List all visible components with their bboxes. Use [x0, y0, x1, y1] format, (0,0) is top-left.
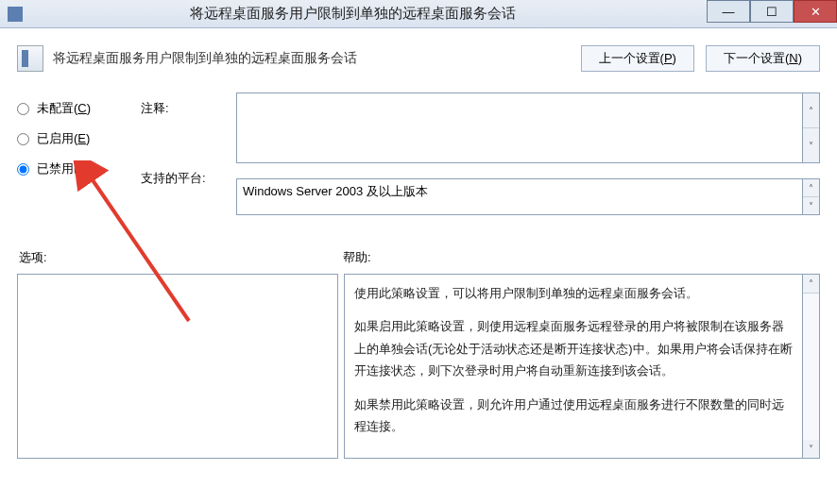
help-label: 帮助: — [343, 249, 820, 266]
prev-setting-button[interactable]: 上一个设置(P) — [581, 45, 694, 72]
help-text: 使用此策略设置，可以将用户限制到单独的远程桌面服务会话。 如果启用此策略设置，则… — [345, 275, 802, 456]
nav-buttons: 上一个设置(P) 下一个设置(N) — [581, 45, 820, 72]
window-title: 将远程桌面服务用户限制到单独的远程桌面服务会话 — [0, 5, 705, 23]
window-buttons: — ☐ ✕ — [707, 0, 837, 28]
help-p2: 如果启用此策略设置，则使用远程桌面服务远程登录的用户将被限制在该服务器上的单独会… — [354, 315, 793, 381]
content-area: 将远程桌面服务用户限制到单独的远程桌面服务会话 上一个设置(P) 下一个设置(N… — [0, 28, 837, 459]
supported-label: 支持的平台: — [141, 170, 221, 187]
radio-not-configured-input[interactable] — [17, 103, 29, 115]
radio-nc-tail: ) — [87, 101, 91, 115]
comment-scroll-down[interactable]: ˅ — [803, 128, 819, 162]
radio-en-tail: ) — [86, 131, 90, 145]
maximize-button[interactable]: ☐ — [750, 0, 794, 23]
help-spin: ˄ ˅ — [802, 275, 819, 458]
radio-nc-key: C — [77, 101, 86, 115]
prev-tail: ) — [673, 51, 676, 65]
radio-enabled[interactable]: 已启用(E) — [17, 130, 126, 147]
options-panel — [17, 274, 338, 459]
radio-dis-key: D — [77, 161, 86, 176]
bottom-labels-row: 选项: 帮助: — [17, 249, 820, 266]
policy-header: 将远程桌面服务用户限制到单独的远程桌面服务会话 上一个设置(P) 下一个设置(N… — [17, 45, 820, 72]
options-label: 选项: — [17, 249, 343, 266]
radio-not-configured[interactable]: 未配置(C) — [17, 100, 126, 117]
field-labels-column: 注释: 支持的平台: — [141, 92, 221, 230]
prev-key: P — [664, 51, 673, 65]
radio-dis-tail: ) — [87, 161, 91, 176]
supported-scroll-up[interactable]: ˄ — [803, 179, 819, 197]
radio-enabled-input[interactable] — [17, 133, 29, 145]
next-setting-button[interactable]: 下一个设置(N) — [706, 45, 820, 72]
comment-scroll-up[interactable]: ˄ — [803, 93, 819, 128]
next-label-text: 下一个设置( — [724, 51, 789, 65]
comment-field-wrap: ˄ ˅ — [236, 92, 820, 163]
comment-label: 注释: — [141, 100, 221, 170]
minimize-button[interactable]: — — [707, 0, 750, 23]
supported-field-wrap: ˄ ˅ — [236, 178, 820, 215]
supported-spin: ˄ ˅ — [802, 179, 819, 214]
bottom-boxes: 使用此策略设置，可以将用户限制到单独的远程桌面服务会话。 如果启用此策略设置，则… — [17, 274, 820, 459]
next-tail: ) — [798, 51, 802, 65]
next-key: N — [789, 51, 797, 65]
radio-en-text: 已启用( — [37, 131, 77, 145]
radio-disabled-input[interactable] — [17, 163, 29, 176]
help-scroll-up[interactable]: ˄ — [803, 275, 819, 294]
help-p1: 使用此策略设置，可以将用户限制到单独的远程桌面服务会话。 — [354, 282, 793, 304]
policy-name-label: 将远程桌面服务用户限制到单独的远程桌面服务会话 — [53, 50, 581, 67]
comment-spin: ˄ ˅ — [802, 93, 819, 162]
prev-label-text: 上一个设置( — [599, 51, 664, 65]
help-scroll-down[interactable]: ˅ — [803, 440, 819, 458]
title-bar: 将远程桌面服务用户限制到单独的远程桌面服务会话 — ☐ ✕ — [0, 0, 837, 28]
radio-dis-text: 已禁用( — [37, 161, 77, 176]
help-scroll-track[interactable] — [803, 294, 819, 439]
fields-column: ˄ ˅ ˄ ˅ — [236, 92, 820, 230]
help-p3: 如果禁用此策略设置，则允许用户通过使用远程桌面服务进行不限数量的同时远程连接。 — [354, 394, 793, 438]
close-button[interactable]: ✕ — [794, 0, 837, 23]
state-radio-group: 未配置(C) 已启用(E) 已禁用(D) — [17, 92, 126, 230]
supported-input — [237, 179, 802, 211]
config-area: 未配置(C) 已启用(E) 已禁用(D) 注释: 支持的平台: — [17, 92, 820, 230]
comment-input[interactable] — [237, 93, 802, 160]
supported-scroll-down[interactable]: ˅ — [803, 197, 819, 214]
help-panel: 使用此策略设置，可以将用户限制到单独的远程桌面服务会话。 如果启用此策略设置，则… — [344, 274, 820, 459]
radio-disabled[interactable]: 已禁用(D) — [17, 160, 126, 177]
policy-icon — [17, 45, 43, 72]
radio-nc-text: 未配置( — [37, 101, 77, 115]
radio-en-key: E — [77, 131, 86, 145]
